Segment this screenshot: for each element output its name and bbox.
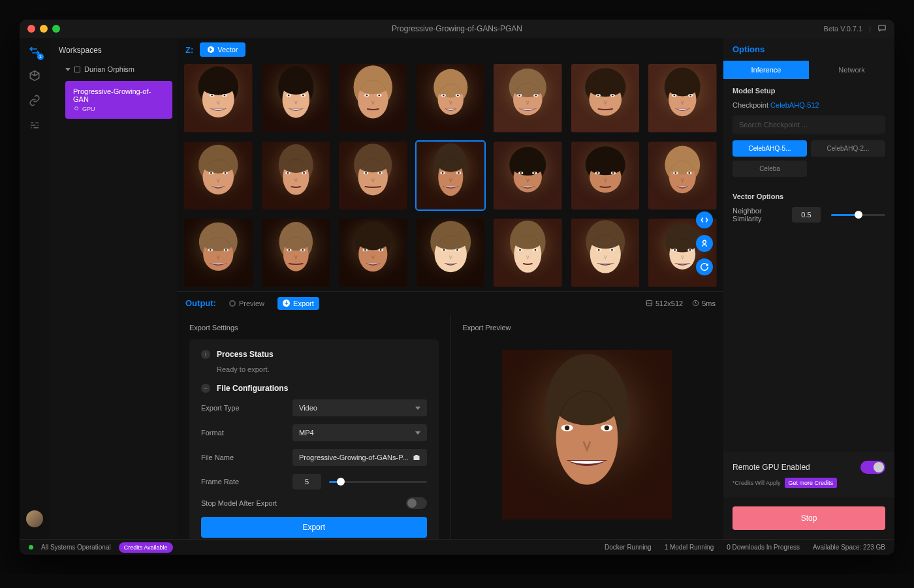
svg-point-105 <box>437 153 464 172</box>
checkpoint-option-2[interactable]: CelebAHQ-2... <box>811 140 885 157</box>
stop-button[interactable]: Stop <box>733 506 885 530</box>
status-dot-icon <box>29 545 33 549</box>
collapse-icon[interactable]: − <box>201 384 210 393</box>
svg-point-5 <box>201 76 236 95</box>
checkpoint-link[interactable]: CelebAHQ-512 <box>770 101 819 109</box>
checkpoint-search[interactable]: Search Checkpoint ... <box>733 116 885 134</box>
preview-button[interactable]: Preview <box>224 297 270 310</box>
get-credits-link[interactable]: Get more Credits <box>785 478 838 488</box>
gpu-panel: Remote GPU Enabled *Credits Will Apply G… <box>723 452 894 497</box>
face-thumbnail[interactable] <box>184 142 253 210</box>
svg-point-138 <box>675 172 677 174</box>
svg-point-15 <box>281 76 311 95</box>
model-card[interactable]: Progressive-Growing-of-GAN GPU <box>65 81 172 119</box>
face-thumbnail[interactable] <box>648 64 717 132</box>
face-thumbnail[interactable] <box>262 142 330 210</box>
gpu-toggle[interactable] <box>860 461 885 474</box>
svg-point-85 <box>281 153 311 172</box>
status-docker: Docker Running <box>605 544 652 551</box>
svg-point-109 <box>458 172 460 174</box>
svg-point-185 <box>512 230 543 249</box>
face-thumbnail[interactable] <box>494 142 562 210</box>
face-thumbnail[interactable] <box>262 64 330 132</box>
face-thumbnail[interactable] <box>571 64 640 132</box>
status-message: Ready to export. <box>217 365 427 373</box>
fab-refresh-icon[interactable] <box>696 258 713 275</box>
titlebar: Progressive-Growing-of-GANs-PGAN Beta V.… <box>20 20 894 38</box>
face-thumbnail[interactable] <box>417 219 485 287</box>
face-thumbnail[interactable] <box>184 219 253 287</box>
face-thumbnail[interactable] <box>417 64 485 132</box>
svg-point-19 <box>302 95 304 97</box>
svg-point-35 <box>436 78 465 97</box>
format-select[interactable]: MP4 <box>292 424 427 441</box>
window-close[interactable] <box>27 25 35 33</box>
face-thumbnail[interactable] <box>417 142 485 210</box>
link-icon[interactable] <box>28 94 41 107</box>
fab-expand-icon[interactable] <box>696 211 713 228</box>
svg-point-188 <box>519 249 521 251</box>
neighbor-slider[interactable] <box>831 214 885 216</box>
face-thumbnail[interactable] <box>262 219 330 287</box>
face-thumbnail[interactable] <box>184 64 253 132</box>
export-submit-button[interactable]: Export <box>201 517 427 538</box>
version-label: Beta V.0.7.1 <box>824 25 863 33</box>
window-minimize[interactable] <box>40 25 48 33</box>
svg-point-165 <box>357 231 388 250</box>
workspace-item[interactable]: Durian Orphism <box>50 61 178 77</box>
svg-point-68 <box>674 95 676 97</box>
caret-down-icon <box>65 68 71 71</box>
workspace-sidebar: Workspaces Durian Orphism Progressive-Gr… <box>50 38 178 539</box>
face-thumbnail[interactable] <box>571 142 640 210</box>
face-thumbnail[interactable] <box>571 219 640 287</box>
face-thumbnail[interactable] <box>494 64 562 132</box>
circle-icon <box>229 300 236 307</box>
svg-point-139 <box>689 172 691 174</box>
svg-point-148 <box>210 249 212 251</box>
svg-point-65 <box>667 77 698 96</box>
face-thumbnail[interactable] <box>648 142 717 210</box>
tab-network[interactable]: Network <box>809 61 894 79</box>
fab-add-icon[interactable] <box>696 235 713 252</box>
svg-point-108 <box>441 172 443 174</box>
svg-point-18 <box>287 95 289 97</box>
model-setup-heading: Model Setup <box>733 87 885 95</box>
cube-icon[interactable] <box>28 69 41 82</box>
export-type-select[interactable]: Video <box>292 399 427 416</box>
svg-point-29 <box>378 95 380 97</box>
chat-icon[interactable] <box>877 23 887 34</box>
svg-point-158 <box>288 249 290 251</box>
svg-point-88 <box>287 172 289 174</box>
neighbor-value[interactable]: 0.5 <box>792 207 821 223</box>
settings-icon[interactable] <box>28 119 41 132</box>
export-button[interactable]: + Export <box>277 297 319 310</box>
play-icon <box>208 46 214 53</box>
tab-inference[interactable]: Inference <box>723 61 809 79</box>
svg-point-155 <box>281 232 309 251</box>
svg-point-89 <box>303 172 305 174</box>
svg-point-179 <box>456 249 458 251</box>
face-thumbnail[interactable] <box>339 64 407 132</box>
svg-point-69 <box>690 95 692 97</box>
framerate-slider[interactable] <box>329 481 427 483</box>
face-thumbnail[interactable] <box>339 142 407 210</box>
svg-point-195 <box>588 230 622 249</box>
swap-icon[interactable]: 1 <box>28 44 41 57</box>
vector-button[interactable]: Vector <box>200 42 245 57</box>
user-avatar[interactable] <box>26 510 43 527</box>
svg-point-118 <box>520 172 522 174</box>
checkpoint-option-3[interactable]: Celeba <box>733 161 807 177</box>
checkpoint-option-1[interactable]: CelebAHQ-5... <box>733 140 807 157</box>
svg-point-291 <box>565 426 569 430</box>
svg-point-115 <box>512 156 544 175</box>
stop-after-toggle[interactable] <box>406 497 427 509</box>
window-maximize[interactable] <box>52 25 60 33</box>
face-thumbnail[interactable] <box>494 219 562 287</box>
face-thumbnail[interactable] <box>339 219 407 287</box>
filename-input[interactable]: Progressive-Growing-of-GANs-P... <box>292 449 427 466</box>
credits-pill[interactable]: Credits Available <box>119 542 173 553</box>
svg-point-25 <box>356 75 390 94</box>
output-label: Output: <box>185 298 216 308</box>
framerate-input[interactable]: 5 <box>292 474 321 489</box>
output-bar: Output: Preview + Export 512x512 <box>178 291 723 315</box>
